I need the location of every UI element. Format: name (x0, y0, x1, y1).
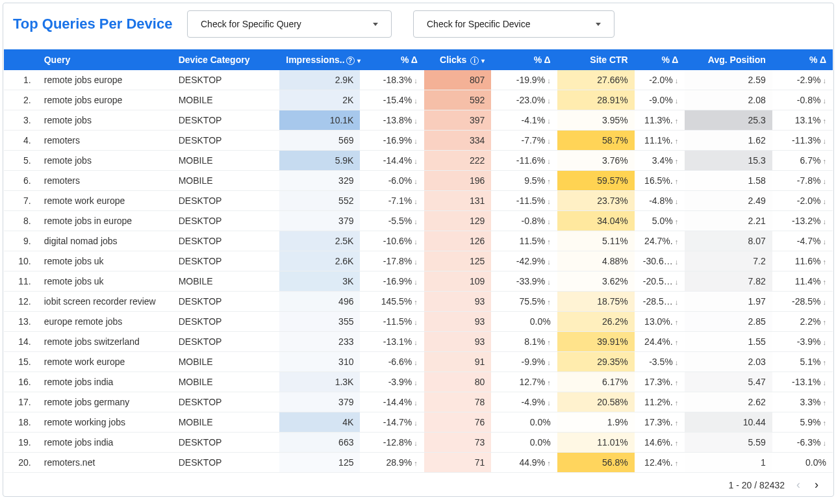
table-row[interactable]: 16.remote jobs indiaMOBILE1.3K-3.9%8012.… (4, 372, 833, 392)
cell-imp-delta: -11.5% (360, 312, 424, 332)
table-row[interactable]: 5.remote jobsMOBILE5.9K-14.4%222-11.6%3.… (4, 151, 833, 171)
col-device[interactable]: Device Category (172, 49, 280, 70)
cell-impressions: 496 (279, 292, 360, 312)
cell-ctr-delta: -28.5… (635, 292, 685, 312)
cell-index: 19. (4, 433, 38, 453)
device-filter-dropdown[interactable]: Check for Specific Device (413, 10, 614, 38)
cell-device: MOBILE (172, 352, 280, 372)
cell-ctr-delta: 17.3%. (635, 412, 685, 433)
table-row[interactable]: 6.remotersMOBILE329-6.0%1969.5%59.57%16.… (4, 171, 833, 191)
info-icon: ? (346, 57, 355, 65)
chevron-down-icon (596, 23, 601, 26)
cell-clicks: 126 (424, 231, 491, 251)
cell-imp-delta: -7.1% (360, 191, 424, 211)
cell-clicks-delta: -19.9% (491, 70, 557, 90)
col-ctr[interactable]: Site CTR (557, 49, 635, 70)
cell-position: 2.62 (685, 392, 772, 412)
col-imp-delta[interactable]: % Δ (360, 49, 424, 70)
table-row[interactable]: 14.remote jobs switzerlandDESKTOP233-13.… (4, 332, 833, 352)
table-row[interactable]: 11.remote jobs ukMOBILE3K-16.9%109-33.9%… (4, 271, 833, 292)
cell-clicks: 196 (424, 171, 491, 191)
cell-position: 2.59 (685, 70, 772, 90)
table-row[interactable]: 1.remote jobs europeDESKTOP2.9K-18.3%807… (4, 70, 833, 90)
table-row[interactable]: 9.digital nomad jobsDESKTOP2.5K-10.6%126… (4, 231, 833, 251)
cell-device: MOBILE (172, 412, 280, 433)
cell-ctr-delta: 13.0%. (635, 312, 685, 332)
cell-clicks-delta: 0.0% (491, 312, 557, 332)
col-query[interactable]: Query (38, 49, 172, 70)
cell-index: 13. (4, 312, 38, 332)
table-row[interactable]: 4.remotersDESKTOP569-16.9%334-7.7%58.7%1… (4, 131, 833, 151)
cell-position: 7.2 (685, 251, 772, 271)
cell-query: europe remote jobs (38, 312, 172, 332)
pager-next-button[interactable]: › (812, 477, 821, 493)
col-ctr-delta[interactable]: % Δ (635, 49, 685, 70)
cell-impressions: 569 (279, 131, 360, 151)
info-icon: i (470, 57, 479, 65)
table-row[interactable]: 7.remote work europeDESKTOP552-7.1%131-1… (4, 191, 833, 211)
cell-clicks-delta: 12.7% (491, 372, 557, 392)
cell-clicks-delta: -42.9% (491, 251, 557, 271)
table-row[interactable]: 3.remote jobsDESKTOP10.1K-13.8%397-4.1%3… (4, 110, 833, 131)
table-row[interactable]: 10.remote jobs ukDESKTOP2.6K-17.8%125-42… (4, 251, 833, 271)
cell-ctr: 58.7% (557, 131, 635, 151)
cell-device: DESKTOP (172, 312, 280, 332)
cell-clicks: 592 (424, 90, 491, 110)
chevron-down-icon (373, 23, 378, 26)
cell-query: remote jobs india (38, 433, 172, 453)
table-row[interactable]: 19.remote jobs indiaDESKTOP663-12.8%730.… (4, 433, 833, 453)
cell-clicks: 93 (424, 292, 491, 312)
cell-imp-delta: -3.9% (360, 372, 424, 392)
cell-pos-delta: -2.0% (772, 191, 833, 211)
col-clicks[interactable]: Clicks i▾ (424, 49, 491, 70)
cell-query: remote jobs (38, 110, 172, 131)
cell-impressions: 310 (279, 352, 360, 372)
cell-clicks-delta: 11.5% (491, 231, 557, 251)
cell-impressions: 2K (279, 90, 360, 110)
col-pos-delta[interactable]: % Δ (772, 49, 833, 70)
cell-imp-delta: -18.3% (360, 70, 424, 90)
cell-query: remote work europe (38, 191, 172, 211)
cell-ctr-delta: -9.0% (635, 90, 685, 110)
cell-index: 2. (4, 90, 38, 110)
table-row[interactable]: 15.remote work europeMOBILE310-6.6%91-9.… (4, 352, 833, 372)
cell-index: 18. (4, 412, 38, 433)
query-filter-dropdown[interactable]: Check for Specific Query (187, 10, 392, 38)
header-row: Top Queries Per Device Check for Specifi… (4, 4, 833, 49)
col-impressions[interactable]: Impressions..?▾ (279, 49, 360, 70)
cell-impressions: 2.6K (279, 251, 360, 271)
table-row[interactable]: 17.remote jobs germanyDESKTOP379-14.4%78… (4, 392, 833, 412)
cell-clicks: 125 (424, 251, 491, 271)
cell-ctr: 6.17% (557, 372, 635, 392)
cell-index: 3. (4, 110, 38, 131)
col-position[interactable]: Avg. Position (685, 49, 772, 70)
cell-query: remote jobs europe (38, 70, 172, 90)
cell-ctr-delta: 12.4%. (635, 453, 685, 473)
cell-impressions: 3K (279, 271, 360, 292)
cell-ctr: 27.66% (557, 70, 635, 90)
table-row[interactable]: 2.remote jobs europeMOBILE2K-15.4%592-23… (4, 90, 833, 110)
cell-position: 2.21 (685, 211, 772, 231)
pager-prev-button[interactable]: ‹ (794, 477, 803, 493)
table-row[interactable]: 18.remote working jobsMOBILE4K-14.7%760.… (4, 412, 833, 433)
cell-imp-delta: -5.5% (360, 211, 424, 231)
cell-impressions: 329 (279, 171, 360, 191)
table-row[interactable]: 13.europe remote jobsDESKTOP355-11.5%930… (4, 312, 833, 332)
cell-pos-delta: 5.1% (772, 352, 833, 372)
cell-pos-delta: -0.8% (772, 90, 833, 110)
cell-ctr: 34.04% (557, 211, 635, 231)
table-header-row: Query Device Category Impressions..?▾ % … (4, 49, 833, 70)
col-clicks-delta[interactable]: % Δ (491, 49, 557, 70)
cell-imp-delta: -14.7% (360, 412, 424, 433)
cell-position: 1.62 (685, 131, 772, 151)
cell-device: DESKTOP (172, 70, 280, 90)
cell-clicks: 397 (424, 110, 491, 131)
cell-imp-delta: -15.4% (360, 90, 424, 110)
cell-device: DESKTOP (172, 453, 280, 473)
cell-device: DESKTOP (172, 251, 280, 271)
cell-query: remote jobs uk (38, 251, 172, 271)
table-row[interactable]: 8.remote jobs in europeDESKTOP379-5.5%12… (4, 211, 833, 231)
table-row[interactable]: 12.iobit screen recorder reviewDESKTOP49… (4, 292, 833, 312)
cell-pos-delta: -13.2% (772, 211, 833, 231)
table-row[interactable]: 20.remoters.netDESKTOP12528.9%7144.9%56.… (4, 453, 833, 473)
